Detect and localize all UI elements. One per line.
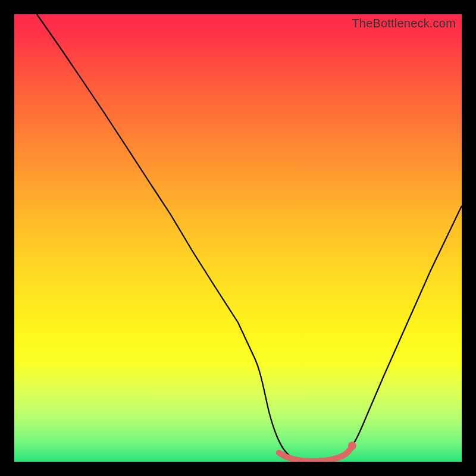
bottleneck-curve [14, 14, 462, 462]
curve-path [37, 14, 462, 461]
valley-end-marker [348, 441, 356, 450]
valley-highlight [279, 447, 352, 461]
gradient-plot-area: TheBottleneck.com [14, 14, 462, 462]
